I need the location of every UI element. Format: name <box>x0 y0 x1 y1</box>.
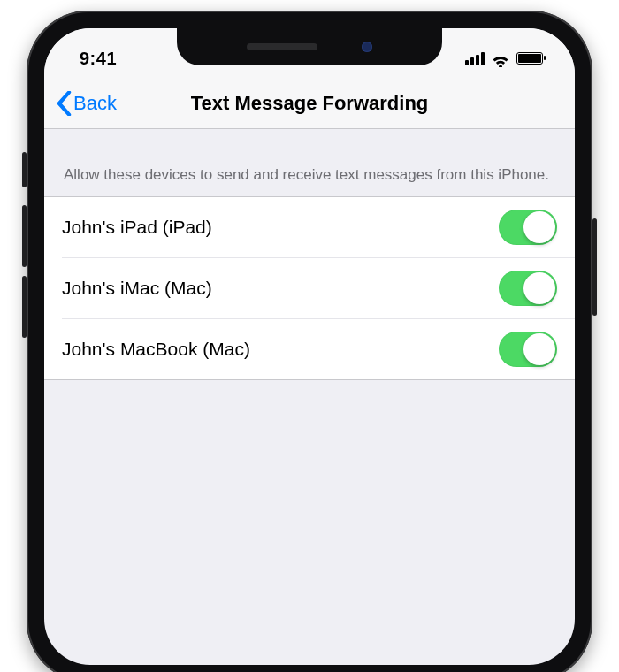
notch <box>177 28 442 65</box>
front-camera <box>362 42 372 52</box>
volume-down-button <box>22 276 27 338</box>
phone-frame: 9:41 Back Text Message Forwarding Allow … <box>27 11 592 672</box>
device-list: John's iPad (iPad) John's iMac (Mac) Joh… <box>44 196 575 380</box>
device-toggle[interactable] <box>499 271 557 306</box>
cellular-signal-icon <box>465 52 485 65</box>
side-button <box>592 218 597 316</box>
volume-up-button <box>22 205 27 267</box>
device-toggle[interactable] <box>499 210 557 245</box>
back-button[interactable]: Back <box>57 78 117 128</box>
device-row: John's iMac (Mac) <box>62 257 575 318</box>
device-label: John's iMac (Mac) <box>62 278 212 299</box>
section-description: Allow these devices to send and receive … <box>44 129 575 196</box>
device-label: John's MacBook (Mac) <box>62 339 250 360</box>
device-row: John's MacBook (Mac) <box>62 318 575 379</box>
device-row: John's iPad (iPad) <box>44 197 575 257</box>
page-title: Text Message Forwarding <box>191 92 429 115</box>
device-label: John's iPad (iPad) <box>62 217 212 238</box>
chevron-left-icon <box>57 91 72 116</box>
mute-switch <box>22 152 27 187</box>
device-toggle[interactable] <box>499 332 557 367</box>
status-time: 9:41 <box>80 36 117 69</box>
wifi-icon <box>491 51 510 65</box>
screen: 9:41 Back Text Message Forwarding Allow … <box>44 28 575 665</box>
navigation-bar: Back Text Message Forwarding <box>44 78 575 129</box>
battery-icon <box>516 52 543 65</box>
back-label: Back <box>73 92 117 115</box>
speaker <box>247 43 317 50</box>
